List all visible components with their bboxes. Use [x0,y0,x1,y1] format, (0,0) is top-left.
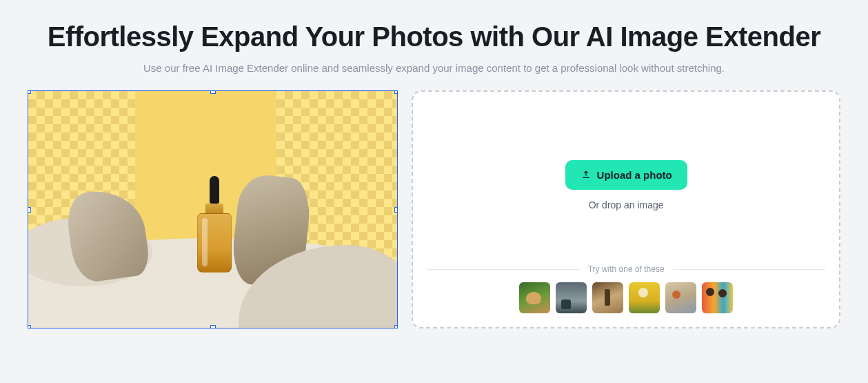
samples-label: Try with one of these [588,264,665,274]
resize-handle-top[interactable] [210,90,216,94]
upload-icon [581,168,592,181]
resize-handle-bottom[interactable] [210,325,216,328]
sample-thumb-3[interactable] [592,282,623,313]
resize-handle-top-right[interactable] [394,90,398,94]
drop-text: Or drop an image [589,199,664,210]
page-heading: Effortlessly Expand Your Photos with Our… [28,21,840,52]
sample-thumbnails [427,282,825,313]
resize-handle-bottom-left[interactable] [28,325,31,328]
sample-thumb-1[interactable] [519,282,550,313]
sample-thumb-2[interactable] [556,282,587,313]
upload-panel[interactable]: Upload a photo Or drop an image Try with… [412,90,840,328]
preview-panel[interactable] [28,90,398,328]
resize-handle-top-left[interactable] [28,90,31,94]
upload-button-label: Upload a photo [597,169,672,181]
page-subheading: Use our free AI Image Extender online an… [28,62,840,74]
sample-thumb-5[interactable] [665,282,696,313]
samples-header: Try with one of these [427,264,825,274]
sample-thumb-6[interactable] [702,282,733,313]
resize-handle-bottom-right[interactable] [394,325,398,328]
resize-handle-right[interactable] [394,207,398,213]
upload-button[interactable]: Upload a photo [565,160,687,190]
preview-bottle [197,176,232,273]
sample-thumb-4[interactable] [629,282,660,313]
resize-handle-left[interactable] [28,207,31,213]
